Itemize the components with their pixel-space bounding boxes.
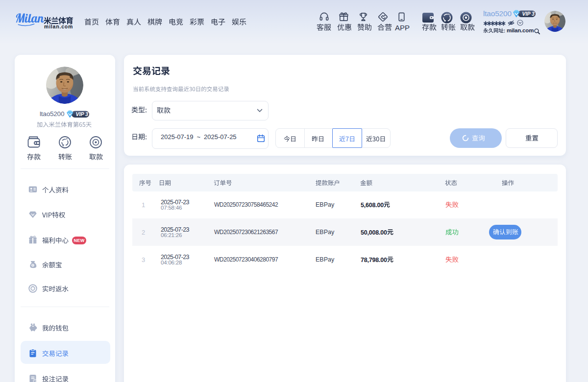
svg-text:VIP 3: VIP 3 xyxy=(522,11,535,17)
svg-text:VIP 3: VIP 3 xyxy=(76,111,88,117)
